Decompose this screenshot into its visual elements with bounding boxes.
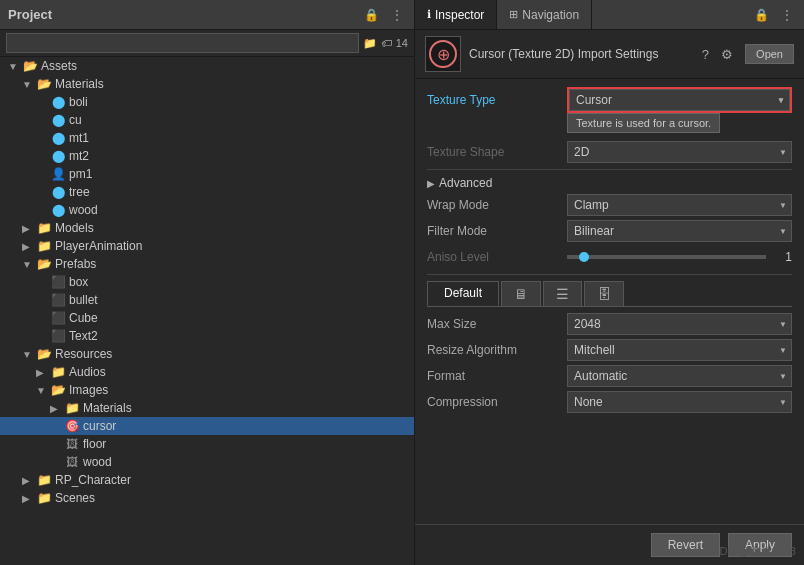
tree-item-cube[interactable]: ⬛ Cube xyxy=(0,309,414,327)
texture-type-label: Texture Type xyxy=(427,93,567,107)
cube-label: Cube xyxy=(69,311,98,325)
open-button[interactable]: Open xyxy=(745,44,794,64)
prefabs-folder-icon: 📂 xyxy=(36,257,52,271)
compression-row: Compression None Low Quality Normal Qual… xyxy=(427,391,792,413)
filter-mode-select[interactable]: Bilinear Point Trilinear xyxy=(567,220,792,242)
tree-item-wood[interactable]: ⬤ wood xyxy=(0,201,414,219)
pm1-label: pm1 xyxy=(69,167,92,181)
resources-folder-icon: 📂 xyxy=(36,347,52,361)
tab-inspector[interactable]: ℹ Inspector xyxy=(415,0,497,29)
question-icon: ? xyxy=(702,47,709,62)
tree-item-models[interactable]: ▶ 📁 Models xyxy=(0,219,414,237)
platform-tab-storage[interactable]: 🗄 xyxy=(584,281,624,306)
tree-item-floor[interactable]: 🖼 floor xyxy=(0,435,414,453)
platform-tabs: Default 🖥 ☰ 🗄 xyxy=(427,281,792,307)
tab-lock-icon[interactable]: 🔒 xyxy=(751,7,772,23)
texture-type-select[interactable]: Cursor Default Normal map Sprite xyxy=(569,89,790,111)
tree-item-assets[interactable]: ▼ 📂 Assets xyxy=(0,57,414,75)
wood-mat-label: wood xyxy=(69,203,98,217)
tree-item-text2[interactable]: ⬛ Text2 xyxy=(0,327,414,345)
materials-folder-icon: 📂 xyxy=(36,77,52,91)
tree-item-audios[interactable]: ▶ 📁 Audios xyxy=(0,363,414,381)
search-input[interactable] xyxy=(6,33,359,53)
tree-item-images-materials[interactable]: ▶ 📁 Materials xyxy=(0,399,414,417)
max-size-select[interactable]: 2048 64 128 256 512 1024 4096 xyxy=(567,313,792,335)
navigation-tab-icon: ⊞ xyxy=(509,8,518,21)
tree-item-wood-img[interactable]: 🖼 wood xyxy=(0,453,414,471)
texture-shape-dropdown-wrap: 2D xyxy=(567,141,792,163)
settings-icon: ⚙ xyxy=(721,47,733,62)
tree-item-pm1[interactable]: 👤 pm1 xyxy=(0,165,414,183)
tree-item-boli[interactable]: ⬤ boli xyxy=(0,93,414,111)
platform-tab-default[interactable]: Default xyxy=(427,281,499,306)
format-dropdown-wrap: Automatic RGBA 32 bit RGB 24 bit xyxy=(567,365,792,387)
search-bar: 📁 🏷 14 xyxy=(0,30,414,57)
cube-icon: ⬛ xyxy=(50,311,66,325)
tree-item-prefabs[interactable]: ▼ 📂 Prefabs xyxy=(0,255,414,273)
tree-item-cu[interactable]: ⬤ cu xyxy=(0,111,414,129)
lock-icon[interactable]: 🔒 xyxy=(361,7,382,23)
tree-item-cursor[interactable]: 🎯 cursor xyxy=(0,417,414,435)
platform-tab-monitor[interactable]: 🖥 xyxy=(501,281,541,306)
badge-count: 14 xyxy=(396,37,408,49)
texture-type-row: Texture Type Cursor Default Normal map S… xyxy=(427,87,792,113)
text2-label: Text2 xyxy=(69,329,98,343)
assets-folder-icon: 📂 xyxy=(22,59,38,73)
tree-item-box[interactable]: ⬛ box xyxy=(0,273,414,291)
wrap-mode-select[interactable]: Clamp Repeat Mirror xyxy=(567,194,792,216)
advanced-section-header[interactable]: ▶ Advanced xyxy=(427,176,792,190)
tree-item-bullet[interactable]: ⬛ bullet xyxy=(0,291,414,309)
divider-2 xyxy=(427,274,792,275)
cursor-file-icon: 🎯 xyxy=(64,419,80,433)
platform-tab-grid[interactable]: ☰ xyxy=(543,281,582,306)
texture-shape-select[interactable]: 2D xyxy=(567,141,792,163)
wrap-mode-row: Wrap Mode Clamp Repeat Mirror xyxy=(427,194,792,216)
playeranim-label: PlayerAnimation xyxy=(55,239,142,253)
tree-item-playeranimation[interactable]: ▶ 📁 PlayerAnimation xyxy=(0,237,414,255)
tree-item-mt1[interactable]: ⬤ mt1 xyxy=(0,129,414,147)
tree-item-resources[interactable]: ▼ 📂 Resources xyxy=(0,345,414,363)
aniso-level-row: Aniso Level 1 xyxy=(427,246,792,268)
tree-item-mt2[interactable]: ⬤ mt2 xyxy=(0,147,414,165)
tree-mat-icon: ⬤ xyxy=(50,185,66,199)
resize-algorithm-label: Resize Algorithm xyxy=(427,343,567,357)
bullet-label: bullet xyxy=(69,293,98,307)
compression-label: Compression xyxy=(427,395,567,409)
tree-item-images[interactable]: ▼ 📂 Images xyxy=(0,381,414,399)
scenes-folder-icon: 📁 xyxy=(36,491,52,505)
format-select[interactable]: Automatic RGBA 32 bit RGB 24 bit xyxy=(567,365,792,387)
compression-select[interactable]: None Low Quality Normal Quality High Qua… xyxy=(567,391,792,413)
img-materials-folder-icon: 📁 xyxy=(64,401,80,415)
tabs-header: ℹ Inspector ⊞ Navigation 🔒 ⋮ xyxy=(415,0,804,30)
texture-type-dropdown-wrap: Cursor Default Normal map Sprite ▼ Textu… xyxy=(567,87,792,113)
search-icons: 📁 🏷 14 xyxy=(363,37,408,50)
tree-item-materials[interactable]: ▼ 📂 Materials xyxy=(0,75,414,93)
tree-item-rp-character[interactable]: ▶ 📁 RP_Character xyxy=(0,471,414,489)
images-arrow: ▼ xyxy=(36,385,50,396)
resources-label: Resources xyxy=(55,347,112,361)
project-header-icons: 🔒 ⋮ xyxy=(361,7,406,23)
menu-icon[interactable]: ⋮ xyxy=(388,7,406,23)
models-label: Models xyxy=(55,221,94,235)
divider-1 xyxy=(427,169,792,170)
project-header: Project 🔒 ⋮ xyxy=(0,0,414,30)
cu-label: cu xyxy=(69,113,82,127)
watermark: CSDN @胖虎6688 xyxy=(704,544,796,559)
resize-algorithm-row: Resize Algorithm Mitchell Bilinear xyxy=(427,339,792,361)
wrap-mode-label: Wrap Mode xyxy=(427,198,567,212)
rp-character-folder-icon: 📁 xyxy=(36,473,52,487)
tree-item-tree[interactable]: ⬤ tree xyxy=(0,183,414,201)
tree-item-scenes[interactable]: ▶ 📁 Scenes xyxy=(0,489,414,507)
resize-algorithm-select[interactable]: Mitchell Bilinear xyxy=(567,339,792,361)
compression-dropdown-wrap: None Low Quality Normal Quality High Qua… xyxy=(567,391,792,413)
aniso-level-slider[interactable] xyxy=(567,255,766,259)
cursor-label: cursor xyxy=(83,419,116,433)
tab-navigation[interactable]: ⊞ Navigation xyxy=(497,0,592,29)
mt2-icon: ⬤ xyxy=(50,149,66,163)
inspector-tab-icon: ℹ xyxy=(427,8,431,21)
filter-mode-label: Filter Mode xyxy=(427,224,567,238)
boli-icon: ⬤ xyxy=(50,95,66,109)
wrap-mode-dropdown-wrap: Clamp Repeat Mirror xyxy=(567,194,792,216)
tab-menu-icon[interactable]: ⋮ xyxy=(778,7,796,23)
playeranim-folder-icon: 📁 xyxy=(36,239,52,253)
